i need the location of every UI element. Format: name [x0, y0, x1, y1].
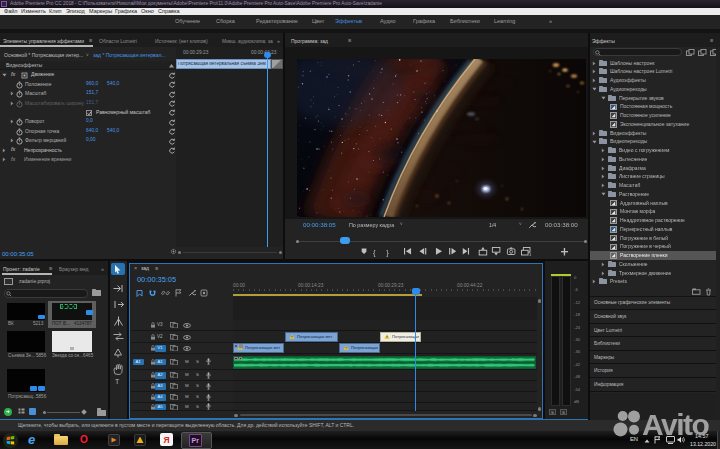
svg-text:1: 1 [529, 252, 532, 257]
svg-text:Avito: Avito [642, 408, 710, 441]
svg-text:{: { [373, 248, 376, 257]
svg-text:}: } [386, 248, 389, 257]
